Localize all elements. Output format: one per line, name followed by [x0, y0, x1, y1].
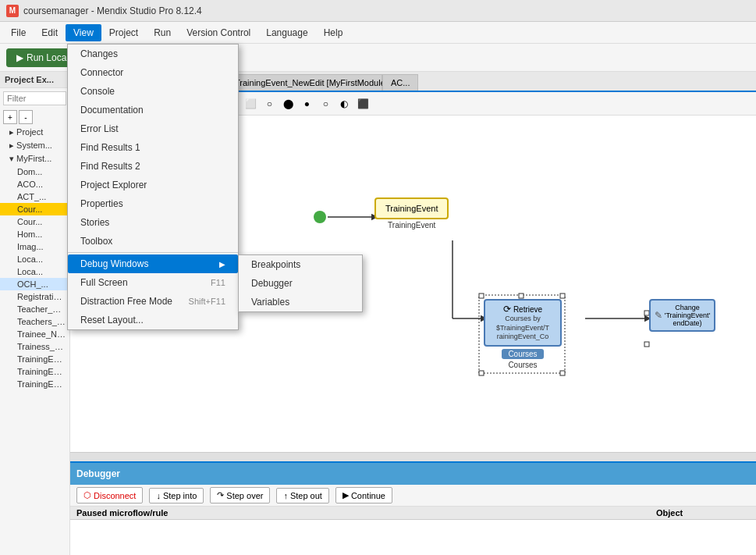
tree-item-loca2[interactable]: Loca...: [0, 265, 69, 278]
step-over-label: Step over: [226, 491, 263, 500]
search-input[interactable]: [3, 91, 66, 105]
menu-changes[interactable]: Changes: [68, 44, 238, 63]
menu-help[interactable]: Help: [316, 24, 351, 41]
tree-item-te-ov[interactable]: TrainingEvent_Overview: [0, 365, 69, 378]
collapse-all-button[interactable]: -: [19, 110, 33, 124]
retrieve-body: Courses by $TrainingEvent/T rainingEvent…: [492, 315, 554, 342]
mf-tool-open-circle[interactable]: ○: [317, 95, 334, 112]
continue-button[interactable]: ▶ Continue: [335, 487, 392, 503]
menu-project[interactable]: Project: [101, 24, 146, 41]
training-event-node[interactable]: TrainingEvent TrainingEvent: [374, 197, 449, 229]
debugger-panel: Debugger ⬡ Disconnect ↓ Step into ↷ Step…: [70, 461, 756, 555]
disconnect-label: Disconnect: [94, 491, 136, 500]
distraction-free-shortcut: Shift+F11: [189, 297, 225, 306]
svg-rect-12: [644, 342, 649, 347]
menu-version-control[interactable]: Version Control: [179, 24, 258, 41]
step-into-icon: ↓: [156, 491, 161, 500]
menu-project-explorer[interactable]: Project Explorer: [68, 176, 238, 194]
debugger-table-header: Paused microflow/rule Object: [70, 507, 756, 520]
step-out-icon: ↑: [283, 491, 288, 500]
submenu-debugger[interactable]: Debugger: [239, 274, 362, 293]
menu-connector[interactable]: Connector: [68, 63, 238, 82]
menu-find-results-1[interactable]: Find Results 1: [68, 138, 238, 157]
change-title: Change 'TrainingEvent' endDate): [665, 304, 711, 327]
menu-find-results-2[interactable]: Find Results 2: [68, 157, 238, 176]
sidebar-header: Project Ex...: [0, 72, 69, 88]
tree-item-och[interactable]: OCH_...: [0, 278, 69, 290]
tree-item-teachers-ov[interactable]: Teachers_Overview: [0, 315, 69, 328]
menu-edit[interactable]: Edit: [34, 24, 66, 41]
mf-tool-dot[interactable]: ●: [298, 95, 315, 112]
tree-item-aco[interactable]: ACO...: [0, 178, 69, 190]
tree-item-system[interactable]: ▸ System...: [0, 139, 69, 152]
tree-item-act[interactable]: ACT_...: [0, 190, 69, 203]
tree-item-trainee-new[interactable]: Trainee_NewEdit: [0, 328, 69, 340]
svg-rect-6: [479, 294, 484, 298]
training-event-label: TrainingEvent: [385, 204, 438, 213]
disconnect-button[interactable]: ⬡ Disconnect: [76, 487, 143, 503]
title-bar-text: coursemanager - Mendix Studio Pro 8.12.4: [23, 5, 202, 16]
menu-console[interactable]: Console: [68, 82, 238, 101]
menu-distraction-free[interactable]: Distraction Free Mode Shift+F11: [68, 292, 238, 311]
tree-item-myfirst[interactable]: ▾ MyFirst...: [0, 152, 69, 165]
change-node[interactable]: ✎ Change 'TrainingEvent' endDate): [649, 299, 715, 332]
tree-item-te-new[interactable]: TrainingEvent_NewEdit: [0, 353, 69, 365]
menu-properties[interactable]: Properties: [68, 194, 238, 213]
menu-bar: File Edit View Project Run Version Contr…: [0, 22, 756, 44]
svg-rect-7: [519, 294, 524, 298]
tree-item-reg[interactable]: Registration_NewEdit: [0, 290, 69, 303]
menu-language[interactable]: Language: [258, 24, 315, 41]
retrieve-node[interactable]: ⟳ Retrieve Courses by $TrainingEvent/T r…: [484, 299, 562, 369]
tree-item-teacher-new[interactable]: Teacher_NewEdit: [0, 303, 69, 315]
menu-reset-layout[interactable]: Reset Layout...: [68, 311, 238, 329]
mf-tool-square[interactable]: ⬜: [242, 95, 259, 112]
step-over-icon: ↷: [217, 490, 224, 500]
svg-rect-10: [560, 371, 565, 375]
debug-windows-submenu: Breakpoints Debugger Variables: [238, 254, 363, 312]
step-into-button[interactable]: ↓ Step into: [149, 488, 204, 503]
submenu-variables[interactable]: Variables: [239, 293, 362, 311]
menu-debug-windows[interactable]: Debug Windows ▶ Breakpoints Debugger Var…: [68, 254, 238, 273]
menu-full-screen[interactable]: Full Screen F11: [68, 273, 238, 292]
tree-item-trainess-ov[interactable]: Trainess_Overview: [0, 340, 69, 353]
menu-view[interactable]: View: [66, 24, 101, 41]
menu-run[interactable]: Run: [146, 24, 179, 41]
expand-all-button[interactable]: +: [3, 110, 17, 124]
menu-stories[interactable]: Stories: [68, 213, 238, 232]
title-bar: M coursemanager - Mendix Studio Pro 8.12…: [0, 0, 756, 22]
tab-ac[interactable]: AC...: [382, 74, 418, 91]
debugger-toolbar: ⬡ Disconnect ↓ Step into ↷ Step over ↑ S…: [70, 485, 756, 507]
step-over-button[interactable]: ↷ Step over: [210, 487, 270, 503]
tree-item-cour1[interactable]: Cour...: [0, 203, 69, 215]
debugger-header: Debugger: [70, 463, 756, 485]
svg-rect-8: [560, 294, 565, 298]
tree-item-hom[interactable]: Hom...: [0, 228, 69, 240]
h-scrollbar[interactable]: [70, 452, 756, 461]
svg-rect-9: [479, 371, 484, 375]
submenu-breakpoints[interactable]: Breakpoints: [239, 255, 362, 274]
tree-item-dom[interactable]: Dom...: [0, 165, 69, 178]
menu-file[interactable]: File: [3, 24, 34, 41]
tree-item-cour2[interactable]: Cour...: [0, 215, 69, 228]
mf-tool-circle-fill[interactable]: ⬤: [279, 95, 296, 112]
app-icon: M: [6, 5, 19, 17]
retrieve-title: Retrieve: [513, 305, 542, 314]
tree-item-project[interactable]: ▸ Project: [0, 126, 69, 139]
mf-tool-black-sq[interactable]: ⬛: [354, 95, 371, 112]
tree-item-imag[interactable]: Imag...: [0, 240, 69, 253]
step-out-label: Step out: [290, 491, 322, 500]
sidebar-search-area: [0, 88, 69, 109]
menu-documentation[interactable]: Documentation: [68, 101, 238, 119]
tab-training-event[interactable]: TrainingEvent_NewEdit [MyFirstModule]: [226, 74, 382, 91]
tree-item-loca1[interactable]: Loca...: [0, 253, 69, 265]
step-out-button[interactable]: ↑ Step out: [276, 488, 328, 503]
mf-tool-half-circle[interactable]: ◐: [335, 95, 353, 112]
tree-item-te-view[interactable]: TrainingEvent_View: [0, 378, 69, 390]
tab-training-label: TrainingEvent_NewEdit [MyFirstModule]: [235, 78, 388, 87]
menu-toolbox[interactable]: Toolbox: [68, 232, 238, 251]
mf-tool-circle[interactable]: ○: [261, 95, 278, 112]
retrieve-label: Courses: [502, 349, 543, 359]
play-icon: ▶: [16, 52, 23, 63]
step-into-label: Step into: [163, 491, 197, 500]
menu-error-list[interactable]: Error List: [68, 119, 238, 138]
